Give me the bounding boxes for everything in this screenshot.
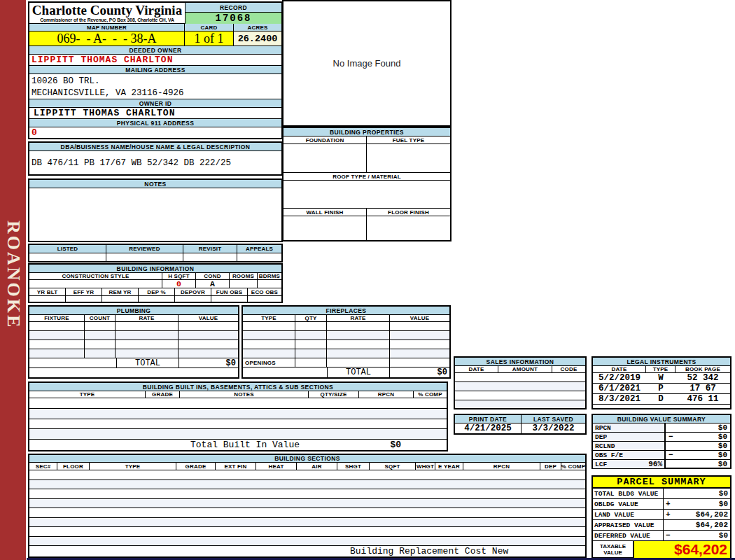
air-label: AIR [297,463,337,470]
sales-information-table: SALES INFORMATION DATE AMOUNT CODE [454,356,587,410]
bdrms-value [258,280,281,288]
bin-qtysize-label: QTY/SIZE [309,391,359,398]
address-line-1: 10026 BO TRL. [31,76,281,86]
legal-description-block: DBA/BUISNESS NAME/HOUSE NAME & LEGAL DES… [28,141,283,176]
building-information-table: BUILDING INFORMATION CONSTRUCTION STYLE … [28,263,283,303]
parcel-row-total-bldg: TOTAL BLDG VALUE $0 [593,489,730,499]
map-number-value: 069- - A- - - 38-A [29,31,185,46]
vsum-row-obs: OBS F/E −$0 [593,451,730,460]
shgt-label: SHGT [337,463,370,470]
legal-title: LEGAL INSTRUMENTS [593,358,730,366]
deeded-owner-label: DEEDED OWNER [29,46,281,55]
funobs-label: FUN OBS [211,288,248,295]
value-label: VALUE [178,315,238,321]
extfin-label: EXT FIN [216,463,256,470]
building-sections-headers: SEC# FLOOR TYPE GRADE EXT FIN HEAT AIR S… [29,463,585,470]
built-ins-title: BUILDING BUILT INS, BASEMENTS, ATTICS & … [29,383,447,391]
construction-style-label: CONSTRUCTION STYLE [29,273,162,279]
sales-code-label: CODE [552,366,585,372]
region-label: ROANOKE [3,220,24,329]
review-value-row [29,253,281,261]
parcel-row-land: LAND VALUE +$64,202 [593,510,730,520]
building-properties-title: BUILDING PROPERTIES [284,128,450,136]
bi-row1-headers: CONSTRUCTION STYLE H SQFT COND ROOMS BDR… [29,273,281,280]
taxable-value-row: TAXABLE VALUE $64,202 [593,541,730,558]
openings-row: OPENINGS [243,358,449,368]
notes-label: NOTES [29,180,281,188]
legal-date-label: DATE [593,366,646,372]
sections-footer-row: Building Replacement Cost New [29,546,585,556]
vsum-row-rpcn: RPCN $0 [593,424,730,433]
fireplaces-title: FIREPLACES [243,307,449,315]
print-date-value: 4/21/2025 [455,424,521,433]
floor-label: FLOOR [57,463,90,470]
floor-finish-value [367,216,450,240]
vsum-row-lcf: LCF96% $0 [593,460,730,468]
built-ins-total-row: Total Built In Value $0 [29,440,447,450]
cond-value: A [196,280,230,288]
building-properties-table: BUILDING PROPERTIES FOUNDATION FUEL TYPE… [282,127,451,241]
building-sections-table: BUILDING SECTIONS SEC# FLOOR TYPE GRADE … [28,454,587,558]
fireplaces-total-label: TOTAL [327,368,390,377]
sales-title: SALES INFORMATION [455,358,585,366]
owner-id-label: OWNER ID [29,99,281,108]
fireplaces-total-row: TOTAL $0 [243,368,449,377]
bin-notes-label: NOTES [180,391,309,398]
parcel-summary-title: PARCEL SUMMARY [593,477,730,489]
legal-row: 5/2/2019 W 52 342 [593,373,730,384]
built-ins-total-label: Total Built In Value [190,440,300,450]
building-value-summary: BUILDING VALUE SUMMARY RPCN $0 DEP −$0 R… [592,414,732,469]
building-sections-title: BUILDING SECTIONS [29,455,585,463]
rpcn-label: RPCN [463,463,540,470]
hsqft-value: 0 [162,280,196,288]
wall-finish-value [284,216,367,240]
grade-label: GRADE [176,463,216,470]
county-title-cell: Charlotte County Virginia Commissioner o… [29,3,186,23]
fp-type-label: TYPE [243,315,295,321]
foundation-value [284,144,367,172]
sqft-label: SQFT [370,463,416,470]
physical-address-value: 0 [29,127,281,138]
record-label: RECORD [186,3,281,13]
fireplaces-table: FIREPLACES TYPE QTY RATE VALUE OPENINGS … [241,305,451,379]
bin-grade-label: GRADE [146,391,180,398]
construction-style-value [29,280,162,288]
listed-label: LISTED [29,245,106,253]
legal-type-label: TYPE [646,366,676,372]
print-date-cell: PRINT DATE 4/21/2025 [455,415,522,433]
sales-date-label: DATE [455,366,498,372]
type-label: TYPE [90,463,176,470]
legal-instruments-table: LEGAL INSTRUMENTS DATE TYPE BOOK PAGE 5/… [592,356,732,410]
rooms-label: ROOMS [230,273,258,279]
plumbing-total-value: $0 [179,358,238,368]
map-value-row: 069- - A- - - 38-A 1 of 1 26.2400 [29,31,281,46]
property-image-box: No Image Found [282,0,451,127]
property-record-card: ROANOKE Charlotte County Virginia Commis… [0,0,735,560]
card-value: 1 of 1 [185,31,234,46]
yrblt-label: YR BLT [29,288,66,295]
no-image-text: No Image Found [333,58,401,69]
fp-qty-label: QTY [295,315,327,321]
deeded-owner-value: LIPPITT THOMAS CHARLTON [29,55,281,66]
fp-value-label: VALUE [390,315,449,321]
depovr-label: DEPOVR [175,288,211,295]
sec-label: SEC# [29,463,57,470]
fp-rate-label: RATE [327,315,390,321]
comp-label: % COMP [561,463,585,470]
dep-col-label: DEP [540,463,561,470]
wall-finish-label: WALL FINISH [284,209,367,216]
acres-label: ACRES [234,24,281,31]
mailing-address-label: MAILING ADDRESS [29,66,281,74]
value-summary-title: BUILDING VALUE SUMMARY [593,415,730,424]
map-number-label: MAP NUMBER [29,24,185,31]
sales-amount-label: AMOUNT [498,366,552,372]
ecoobs-label: ECO OBS [248,288,281,295]
vsum-row-dep: DEP −$0 [593,433,730,442]
bi-row2-values [29,296,281,302]
legal-description-value: DB 476/11 PB 17/67 WB 52/342 DB 222/25 [29,151,281,174]
taxable-value-label: TAXABLE VALUE [593,541,634,558]
parcel-row-deferred: DEFERRED VALUE −$0 [593,531,730,541]
fuel-type-value [367,144,450,172]
last-saved-label: LAST SAVED [522,415,585,424]
print-date-label: PRINT DATE [455,415,521,424]
